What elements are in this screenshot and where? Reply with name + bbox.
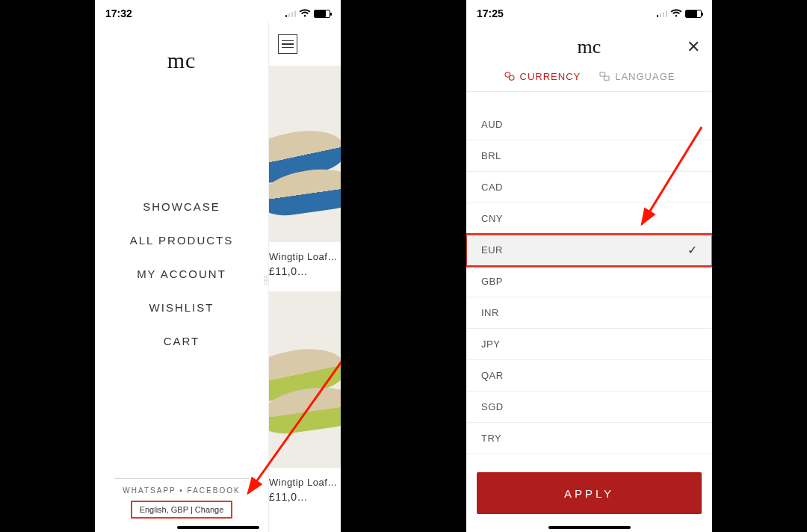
product-image [269,66,341,242]
product-card[interactable]: Wingtip Loaf… £11,0… [269,66,341,277]
brand-logo[interactable]: mc [167,48,197,73]
currency-code: GBP [481,276,503,287]
product-price: £11,0… [269,265,341,277]
product-card[interactable]: Wingtip Loaf… £11,0… [269,291,341,503]
locale-change-link[interactable]: English, GBP | Change [131,501,233,519]
phone-left: 17:32 mc SHOWCASE ALL PRODUCTS MY ACCOUN… [95,0,341,532]
checkmark-icon: ✓ [687,243,698,257]
battery-icon [314,10,330,18]
product-price: £11,0… [269,491,341,503]
currency-row-qar[interactable]: QAR [466,360,712,392]
currency-row-cny[interactable]: CNY [466,203,712,235]
battery-icon [685,10,702,18]
currency-row-try[interactable]: TRY [466,423,712,454]
currency-code: SGD [481,401,504,412]
menu-wishlist[interactable]: WISHLIST [149,301,214,314]
product-image [269,291,341,468]
menu-all-products[interactable]: ALL PRODUCTS [130,234,233,247]
currency-row-cad[interactable]: CAD [466,172,712,203]
home-indicator[interactable] [548,526,631,529]
drawer-menu: SHOWCASE ALL PRODUCTS MY ACCOUNT WISHLIS… [130,200,233,347]
social-links[interactable]: WHATSAPP • FACEBOOK [95,486,268,495]
currency-code: BRL [481,150,501,161]
phone-right: 17:25 mc ✕ CURRENCY LANGUAGE [466,0,712,532]
hamburger-icon[interactable] [278,34,297,54]
tab-language[interactable]: LANGUAGE [599,70,675,82]
currency-code: CNY [481,213,503,224]
tabs: CURRENCY LANGUAGE [466,70,712,82]
currency-icon [504,70,516,82]
status-indicators [285,9,331,18]
close-icon[interactable]: ✕ [687,39,700,55]
product-title: Wingtip Loaf… [269,477,341,488]
brand-logo[interactable]: mc [466,36,712,58]
currency-row-aud[interactable]: AUD [466,109,712,140]
status-bar: 17:25 [466,0,712,22]
home-indicator[interactable] [177,526,259,529]
drawer-footer: WHATSAPP • FACEBOOK English, GBP | Chang… [95,478,268,519]
wifi-icon [670,9,682,18]
currency-code: EUR [481,244,503,256]
tab-language-label: LANGUAGE [615,71,675,82]
apply-label: APPLY [564,487,614,500]
currency-row-gbp[interactable]: GBP [466,266,712,297]
currency-code: INR [481,307,499,318]
currency-code: CAD [481,182,503,193]
currency-code: AUD [481,119,503,130]
divider [466,91,712,92]
apply-button[interactable]: APPLY [477,472,702,514]
currency-row-brl[interactable]: BRL [466,140,712,172]
svg-point-2 [509,75,514,81]
currency-code: JPY [481,338,500,350]
currency-code: TRY [481,433,501,444]
language-icon [599,70,610,82]
status-time: 17:32 [105,7,132,19]
currency-sheet: mc ✕ CURRENCY LANGUAGE AUD BRL CAD CNY E… [466,22,712,532]
svg-rect-3 [600,72,605,76]
menu-showcase[interactable]: SHOWCASE [143,200,220,213]
cellular-icon [657,10,668,17]
currency-code: QAR [481,370,504,381]
menu-cart[interactable]: CART [164,335,200,347]
tab-currency[interactable]: CURRENCY [504,70,581,82]
tab-currency-label: CURRENCY [520,71,581,82]
menu-my-account[interactable]: MY ACCOUNT [137,267,226,280]
svg-rect-4 [605,76,610,80]
product-title: Wingtip Loaf… [269,251,341,262]
currency-row-eur[interactable]: EUR✓ [466,235,712,266]
status-bar: 17:32 [95,0,341,22]
content-peek[interactable]: ⠿⠿ Wingtip Loaf… £11,0… Wingtip Loaf… £1… [268,22,341,532]
drag-handle-icon[interactable]: ⠿⠿ [263,276,268,285]
cellular-icon [285,10,297,17]
divider [114,478,249,479]
currency-row-sgd[interactable]: SGD [466,392,712,423]
side-drawer: mc SHOWCASE ALL PRODUCTS MY ACCOUNT WISH… [95,22,268,532]
status-indicators [657,9,702,18]
currency-row-jpy[interactable]: JPY [466,329,712,360]
currency-list[interactable]: AUD BRL CAD CNY EUR✓ GBP INR JPY QAR SGD… [466,109,712,454]
currency-row-inr[interactable]: INR [466,297,712,329]
wifi-icon [299,9,311,18]
status-time: 17:25 [477,7,504,19]
